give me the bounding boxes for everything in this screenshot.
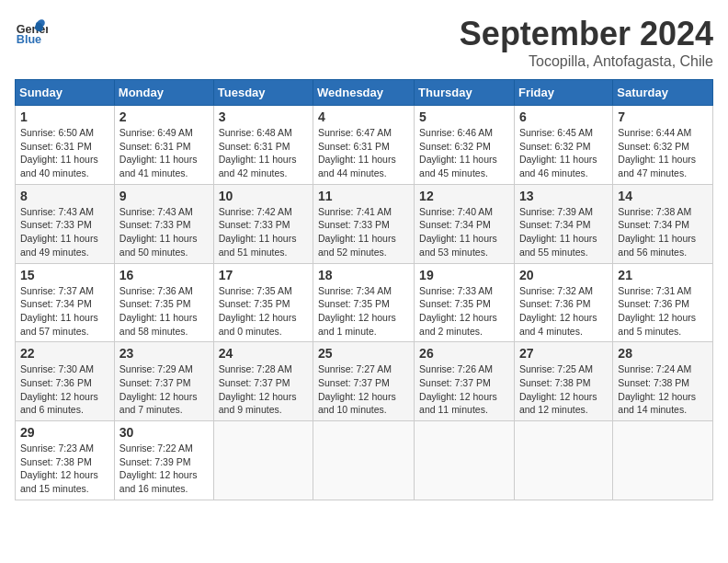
day-info: Sunrise: 7:37 AMSunset: 7:34 PMDaylight:… xyxy=(20,284,109,339)
weekday-header-tuesday: Tuesday xyxy=(213,80,313,106)
calendar-cell: 29Sunrise: 7:23 AMSunset: 7:38 PMDayligh… xyxy=(16,421,115,500)
calendar-cell: 21Sunrise: 7:31 AMSunset: 7:36 PMDayligh… xyxy=(613,263,713,342)
day-info: Sunrise: 7:29 AMSunset: 7:37 PMDaylight:… xyxy=(119,362,209,417)
day-info: Sunrise: 6:45 AMSunset: 6:32 PMDaylight:… xyxy=(519,126,608,180)
calendar-week-5: 29Sunrise: 7:23 AMSunset: 7:38 PMDayligh… xyxy=(16,421,713,500)
day-number: 8 xyxy=(20,189,109,203)
calendar-cell: 28Sunrise: 7:24 AMSunset: 7:38 PMDayligh… xyxy=(613,342,713,421)
calendar-week-4: 22Sunrise: 7:30 AMSunset: 7:36 PMDayligh… xyxy=(16,342,713,421)
calendar-cell: 18Sunrise: 7:34 AMSunset: 7:35 PMDayligh… xyxy=(313,263,415,342)
calendar-cell: 23Sunrise: 7:29 AMSunset: 7:37 PMDayligh… xyxy=(114,342,213,421)
calendar-cell: 3Sunrise: 6:48 AMSunset: 6:31 PMDaylight… xyxy=(213,106,313,185)
day-info: Sunrise: 7:39 AMSunset: 7:34 PMDaylight:… xyxy=(519,205,608,259)
calendar-cell: 8Sunrise: 7:43 AMSunset: 7:33 PMDaylight… xyxy=(16,184,115,263)
day-number: 20 xyxy=(519,268,608,282)
calendar-cell xyxy=(313,421,415,500)
calendar-cell: 6Sunrise: 6:45 AMSunset: 6:32 PMDaylight… xyxy=(514,106,612,185)
day-number: 3 xyxy=(219,109,308,124)
day-number: 10 xyxy=(219,189,308,203)
day-info: Sunrise: 7:41 AMSunset: 7:33 PMDaylight:… xyxy=(318,205,409,259)
day-number: 16 xyxy=(119,268,209,282)
calendar-cell: 19Sunrise: 7:33 AMSunset: 7:35 PMDayligh… xyxy=(415,263,515,342)
calendar-cell xyxy=(213,421,313,500)
day-number: 9 xyxy=(119,189,209,203)
day-info: Sunrise: 7:42 AMSunset: 7:33 PMDaylight:… xyxy=(219,205,308,259)
day-number: 11 xyxy=(318,189,409,203)
calendar-table: SundayMondayTuesdayWednesdayThursdayFrid… xyxy=(15,79,713,500)
day-info: Sunrise: 6:48 AMSunset: 6:31 PMDaylight:… xyxy=(219,126,308,180)
day-number: 30 xyxy=(119,425,209,440)
day-number: 25 xyxy=(318,346,409,361)
calendar-cell: 30Sunrise: 7:22 AMSunset: 7:39 PMDayligh… xyxy=(114,421,213,500)
day-number: 24 xyxy=(219,346,308,361)
calendar-cell xyxy=(514,421,612,500)
day-info: Sunrise: 7:38 AMSunset: 7:34 PMDaylight:… xyxy=(618,205,708,259)
day-number: 6 xyxy=(519,109,608,124)
calendar-cell: 14Sunrise: 7:38 AMSunset: 7:34 PMDayligh… xyxy=(613,184,713,263)
month-title: September 2024 xyxy=(460,15,713,53)
day-number: 28 xyxy=(618,346,708,361)
calendar-cell: 11Sunrise: 7:41 AMSunset: 7:33 PMDayligh… xyxy=(313,184,415,263)
svg-text:Blue: Blue xyxy=(17,33,41,46)
calendar-cell: 4Sunrise: 6:47 AMSunset: 6:31 PMDaylight… xyxy=(313,106,415,185)
day-info: Sunrise: 6:44 AMSunset: 6:32 PMDaylight:… xyxy=(618,126,708,180)
day-info: Sunrise: 7:31 AMSunset: 7:36 PMDaylight:… xyxy=(618,284,708,339)
weekday-header-row: SundayMondayTuesdayWednesdayThursdayFrid… xyxy=(16,80,713,106)
location-title: Tocopilla, Antofagasta, Chile xyxy=(460,53,713,70)
weekday-header-monday: Monday xyxy=(114,80,213,106)
day-info: Sunrise: 7:27 AMSunset: 7:37 PMDaylight:… xyxy=(318,362,409,417)
day-info: Sunrise: 6:49 AMSunset: 6:31 PMDaylight:… xyxy=(119,126,209,180)
calendar-body: 1Sunrise: 6:50 AMSunset: 6:31 PMDaylight… xyxy=(16,106,713,500)
day-info: Sunrise: 7:30 AMSunset: 7:36 PMDaylight:… xyxy=(20,362,109,417)
page-header: General Blue September 2024 Tocopilla, A… xyxy=(15,15,713,70)
day-number: 5 xyxy=(419,109,509,124)
calendar-cell xyxy=(415,421,515,500)
logo: General Blue xyxy=(15,15,48,48)
day-number: 13 xyxy=(519,189,608,203)
day-number: 4 xyxy=(318,109,409,124)
day-number: 17 xyxy=(219,268,308,282)
weekday-header-saturday: Saturday xyxy=(613,80,713,106)
day-info: Sunrise: 6:46 AMSunset: 6:32 PMDaylight:… xyxy=(419,126,509,180)
day-number: 21 xyxy=(618,268,708,282)
calendar-cell: 1Sunrise: 6:50 AMSunset: 6:31 PMDaylight… xyxy=(16,106,115,185)
day-info: Sunrise: 7:26 AMSunset: 7:37 PMDaylight:… xyxy=(419,362,509,417)
day-info: Sunrise: 7:23 AMSunset: 7:38 PMDaylight:… xyxy=(20,442,109,496)
weekday-header-friday: Friday xyxy=(514,80,612,106)
calendar-week-2: 8Sunrise: 7:43 AMSunset: 7:33 PMDaylight… xyxy=(16,184,713,263)
day-number: 23 xyxy=(119,346,209,361)
weekday-header-wednesday: Wednesday xyxy=(313,80,415,106)
day-info: Sunrise: 7:36 AMSunset: 7:35 PMDaylight:… xyxy=(119,284,209,339)
calendar-cell xyxy=(613,421,713,500)
calendar-cell: 2Sunrise: 6:49 AMSunset: 6:31 PMDaylight… xyxy=(114,106,213,185)
weekday-header-thursday: Thursday xyxy=(415,80,515,106)
day-info: Sunrise: 7:25 AMSunset: 7:38 PMDaylight:… xyxy=(519,362,608,417)
calendar-cell: 7Sunrise: 6:44 AMSunset: 6:32 PMDaylight… xyxy=(613,106,713,185)
day-info: Sunrise: 7:24 AMSunset: 7:38 PMDaylight:… xyxy=(618,362,708,417)
day-info: Sunrise: 7:34 AMSunset: 7:35 PMDaylight:… xyxy=(318,284,409,339)
day-info: Sunrise: 7:35 AMSunset: 7:35 PMDaylight:… xyxy=(219,284,308,339)
day-info: Sunrise: 7:28 AMSunset: 7:37 PMDaylight:… xyxy=(219,362,308,417)
day-info: Sunrise: 7:43 AMSunset: 7:33 PMDaylight:… xyxy=(119,205,209,259)
calendar-cell: 22Sunrise: 7:30 AMSunset: 7:36 PMDayligh… xyxy=(16,342,115,421)
day-number: 7 xyxy=(618,109,708,124)
day-number: 19 xyxy=(419,268,509,282)
day-number: 18 xyxy=(318,268,409,282)
calendar-cell: 26Sunrise: 7:26 AMSunset: 7:37 PMDayligh… xyxy=(415,342,515,421)
day-info: Sunrise: 7:22 AMSunset: 7:39 PMDaylight:… xyxy=(119,442,209,496)
calendar-cell: 5Sunrise: 6:46 AMSunset: 6:32 PMDaylight… xyxy=(415,106,515,185)
day-number: 29 xyxy=(20,425,109,440)
day-number: 12 xyxy=(419,189,509,203)
day-info: Sunrise: 7:33 AMSunset: 7:35 PMDaylight:… xyxy=(419,284,509,339)
day-number: 2 xyxy=(119,109,209,124)
calendar-cell: 16Sunrise: 7:36 AMSunset: 7:35 PMDayligh… xyxy=(114,263,213,342)
calendar-cell: 13Sunrise: 7:39 AMSunset: 7:34 PMDayligh… xyxy=(514,184,612,263)
day-number: 14 xyxy=(618,189,708,203)
day-number: 1 xyxy=(20,109,109,124)
calendar-cell: 12Sunrise: 7:40 AMSunset: 7:34 PMDayligh… xyxy=(415,184,515,263)
calendar-cell: 20Sunrise: 7:32 AMSunset: 7:36 PMDayligh… xyxy=(514,263,612,342)
calendar-cell: 24Sunrise: 7:28 AMSunset: 7:37 PMDayligh… xyxy=(213,342,313,421)
calendar-cell: 9Sunrise: 7:43 AMSunset: 7:33 PMDaylight… xyxy=(114,184,213,263)
day-number: 15 xyxy=(20,268,109,282)
weekday-header-sunday: Sunday xyxy=(16,80,115,106)
